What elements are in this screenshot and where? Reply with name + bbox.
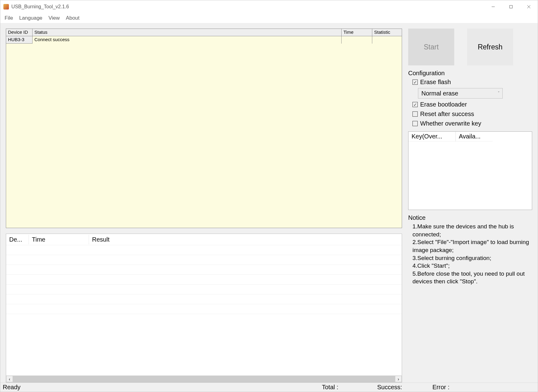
erase-mode-selected: Normal erase [421, 90, 458, 97]
result-empty-row [6, 284, 402, 294]
close-button[interactable] [520, 0, 538, 13]
statusbar: Ready Total : Success: Error : [0, 382, 538, 392]
notice-title: Notice [408, 214, 532, 221]
status-ready: Ready [0, 384, 319, 391]
menu-about[interactable]: About [63, 14, 83, 22]
left-column: Device ID Status Time Statistic HUB3-3 C… [6, 29, 402, 382]
scroll-right-arrow-icon[interactable]: › [395, 376, 402, 382]
chevron-down-icon: ˇ [498, 91, 499, 95]
result-empty-row [6, 255, 402, 265]
result-col-result[interactable]: Result [89, 235, 402, 244]
checkbox-icon [412, 80, 418, 85]
device-row-id: HUB3-3 [6, 36, 33, 44]
reset-after-checkbox[interactable]: Reset after success [412, 111, 532, 118]
window-controls [484, 0, 538, 13]
device-row-stat [372, 36, 402, 44]
key-col-key[interactable]: Key(Over... [408, 132, 456, 142]
col-time[interactable]: Time [342, 29, 372, 36]
titlebar: USB_Burning_Tool_v2.1.6 [0, 0, 538, 13]
col-statistic[interactable]: Statistic [372, 29, 402, 36]
menu-language[interactable]: Language [16, 14, 45, 22]
workspace: Device ID Status Time Statistic HUB3-3 C… [0, 23, 538, 382]
app-icon [3, 4, 9, 10]
checkbox-icon [412, 102, 418, 107]
result-empty-row [6, 274, 402, 284]
scroll-left-arrow-icon[interactable]: ‹ [6, 376, 13, 382]
menu-file[interactable]: File [2, 14, 16, 22]
result-empty-row [6, 265, 402, 274]
svg-rect-1 [510, 6, 513, 8]
menubar: File Language View About [0, 13, 538, 23]
result-col-time[interactable]: Time [29, 235, 89, 244]
erase-bootloader-checkbox[interactable]: Erase bootloader [412, 101, 532, 108]
key-panel: Key(Over... Availa... [408, 131, 532, 210]
status-error: Error : [430, 384, 538, 391]
result-empty-row [6, 294, 402, 304]
status-success: Success: [375, 384, 430, 391]
notice-body: 1.Make sure the devices and the hub is c… [408, 223, 532, 285]
refresh-button[interactable]: Refresh [467, 29, 513, 65]
result-col-device[interactable]: De... [6, 235, 29, 244]
minimize-button[interactable] [484, 0, 502, 13]
result-empty-row [6, 245, 402, 255]
result-table: De... Time Result ‹ › [6, 234, 402, 382]
reset-after-label: Reset after success [420, 111, 474, 118]
result-hscrollbar[interactable]: ‹ › [6, 375, 402, 382]
result-empty-row [6, 314, 402, 324]
device-row[interactable]: HUB3-3 Connect success [6, 36, 402, 44]
app-window: USB_Burning_Tool_v2.1.6 File Language Vi… [0, 0, 538, 392]
erase-bootloader-label: Erase bootloader [420, 101, 467, 108]
menu-view[interactable]: View [45, 14, 63, 22]
device-row-status: Connect success [33, 36, 342, 44]
scroll-track[interactable] [13, 376, 395, 382]
result-rows [6, 245, 402, 375]
maximize-button[interactable] [502, 0, 520, 13]
device-table-header: Device ID Status Time Statistic [6, 29, 402, 36]
erase-flash-checkbox[interactable]: Erase flash [412, 79, 532, 86]
col-status[interactable]: Status [33, 29, 342, 36]
checkbox-icon [412, 111, 418, 117]
key-panel-header: Key(Over... Availa... [408, 132, 532, 142]
configuration-section: Configuration Erase flash Normal erase ˇ… [408, 70, 532, 127]
right-column: Start Refresh Configuration Erase flash … [408, 29, 532, 382]
status-total: Total : [319, 384, 375, 391]
device-table: Device ID Status Time Statistic HUB3-3 C… [6, 29, 402, 228]
configuration-title: Configuration [408, 70, 532, 77]
result-table-header: De... Time Result [6, 234, 402, 245]
result-empty-row [6, 304, 402, 314]
start-button[interactable]: Start [408, 29, 454, 65]
erase-flash-label: Erase flash [420, 79, 451, 86]
window-title: USB_Burning_Tool_v2.1.6 [11, 4, 484, 10]
overwrite-key-label: Whether overwrite key [420, 120, 481, 127]
col-device-id[interactable]: Device ID [6, 29, 33, 36]
key-col-available[interactable]: Availa... [456, 132, 493, 142]
device-row-time [342, 36, 372, 44]
erase-mode-dropdown[interactable]: Normal erase ˇ [418, 88, 503, 99]
overwrite-key-checkbox[interactable]: Whether overwrite key [412, 120, 532, 127]
notice-section: Notice 1.Make sure the devices and the h… [408, 214, 532, 285]
checkbox-icon [412, 121, 418, 126]
action-buttons: Start Refresh [408, 29, 532, 65]
